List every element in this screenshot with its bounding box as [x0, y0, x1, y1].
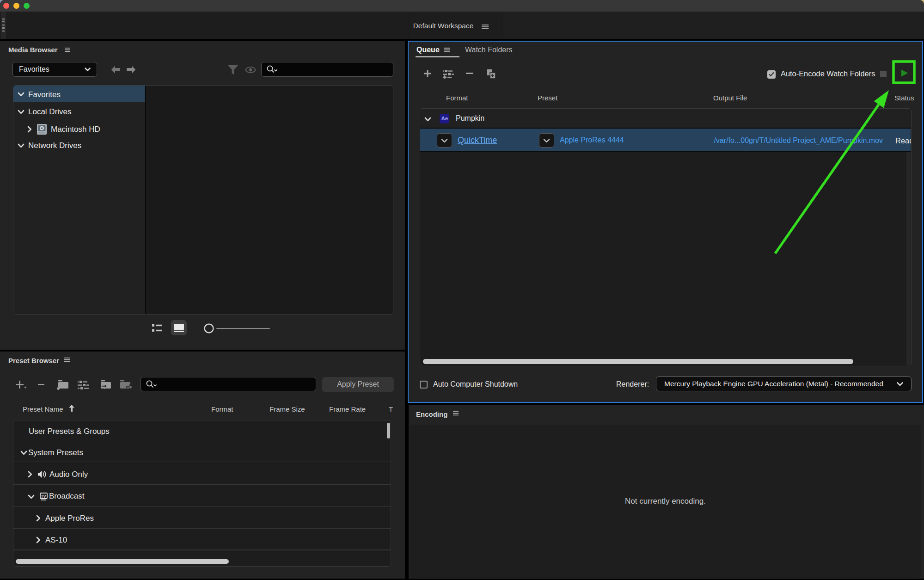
svg-text:TV: TV	[41, 494, 46, 499]
